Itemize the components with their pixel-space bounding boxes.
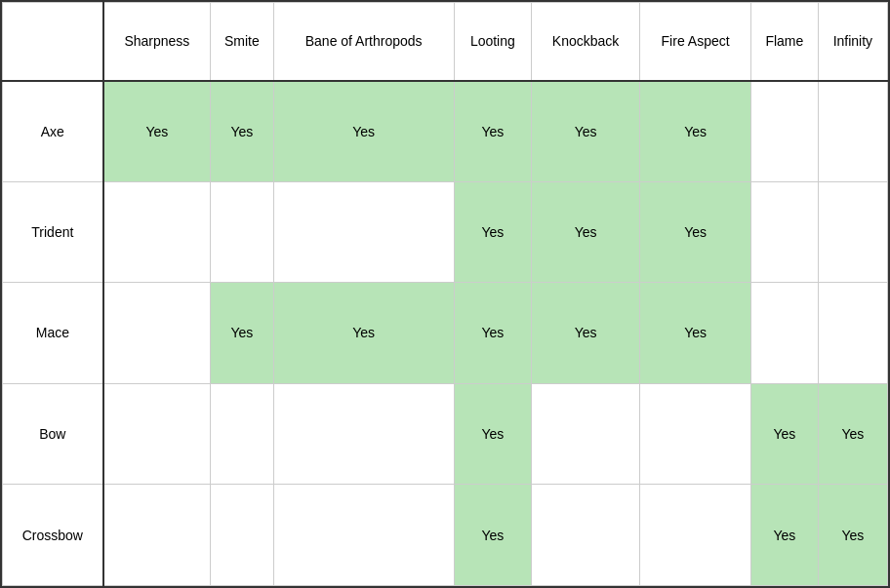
table-cell: Yes [818, 485, 887, 586]
enchantment-compatibility-table: Sharpness Smite Bane of Arthropods Looti… [0, 0, 890, 588]
table-cell [103, 283, 211, 384]
table-row: AxeYesYesYesYesYesYes [3, 81, 888, 182]
table-cell [818, 81, 887, 182]
table-cell: Yes [818, 383, 887, 485]
table-cell: Yes [273, 81, 454, 182]
table-cell: Yes [640, 283, 751, 384]
table-cell: Yes [531, 81, 639, 182]
table-cell: Yes [640, 81, 751, 182]
table-cell [103, 383, 211, 485]
corner-header [3, 3, 103, 81]
col-header-smite: Smite [211, 3, 273, 81]
table-cell [750, 81, 818, 182]
col-header-bane: Bane of Arthropods [273, 3, 454, 81]
table-cell: Yes [273, 283, 454, 384]
col-header-knockback: Knockback [531, 3, 639, 81]
table-cell [211, 485, 273, 586]
table-cell [531, 485, 639, 586]
table-cell [103, 181, 211, 283]
table-cell: Yes [454, 81, 531, 182]
table-row: MaceYesYesYesYesYes [3, 283, 888, 384]
table-cell: Yes [750, 383, 818, 485]
table-cell [640, 383, 751, 485]
table-cell [273, 383, 454, 485]
col-header-sharpness: Sharpness [103, 3, 211, 81]
table-cell [818, 181, 887, 283]
table-cell: Yes [454, 181, 531, 283]
table-cell [211, 383, 273, 485]
table-cell [531, 383, 639, 485]
row-header-crossbow: Crossbow [3, 485, 103, 586]
table-cell: Yes [211, 81, 273, 182]
table-cell: Yes [103, 81, 211, 182]
col-header-fire-aspect: Fire Aspect [640, 3, 751, 81]
col-header-flame: Flame [750, 3, 818, 81]
table-cell: Yes [454, 383, 531, 485]
col-header-infinity: Infinity [818, 3, 887, 81]
table-cell: Yes [531, 283, 639, 384]
table-cell [273, 181, 454, 283]
table-cell [103, 485, 211, 586]
table-cell [273, 485, 454, 586]
table-cell [818, 283, 887, 384]
table-cell: Yes [640, 181, 751, 283]
table-row: CrossbowYesYesYes [3, 485, 888, 586]
row-header-axe: Axe [3, 81, 103, 182]
row-header-mace: Mace [3, 283, 103, 384]
table-row: TridentYesYesYes [3, 181, 888, 283]
row-header-bow: Bow [3, 383, 103, 485]
table-cell: Yes [211, 283, 273, 384]
table-cell [640, 485, 751, 586]
row-header-trident: Trident [3, 181, 103, 283]
col-header-looting: Looting [454, 3, 531, 81]
table-cell [750, 283, 818, 384]
table-cell: Yes [750, 485, 818, 586]
table-cell [750, 181, 818, 283]
table-cell: Yes [454, 485, 531, 586]
table-cell: Yes [531, 181, 639, 283]
table-cell: Yes [454, 283, 531, 384]
table-row: BowYesYesYes [3, 383, 888, 485]
table-cell [211, 181, 273, 283]
